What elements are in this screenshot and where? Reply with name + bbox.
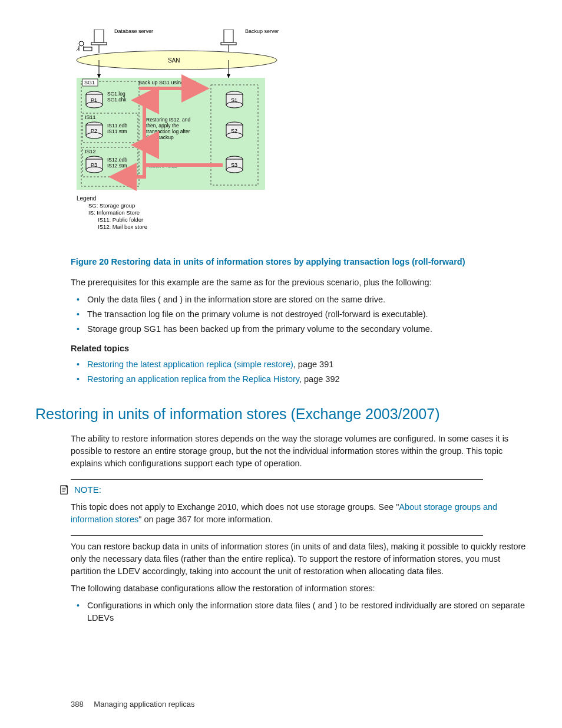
list-item: Storage group SG1 has been backed up fro… (87, 323, 527, 335)
s2-cylinder: S2 (226, 122, 243, 139)
svg-text:S1: S1 (231, 97, 237, 103)
prereq-intro: The prerequisites for this example are t… (71, 276, 527, 289)
figure-20: Database server Backup server SAN (71, 29, 527, 245)
backup-server-label: Backup server (245, 29, 279, 34)
legend-title: Legend (77, 195, 96, 202)
svg-rect-0 (94, 29, 104, 42)
related-suffix: , page 392 (299, 374, 340, 384)
backup-server-icon (221, 29, 236, 53)
svg-rect-4 (221, 42, 236, 45)
user-icon (79, 41, 84, 46)
legend-is: IS: Information Store (88, 209, 140, 216)
note-divider-bottom (71, 535, 483, 536)
s3-cylinder: S3 (226, 156, 243, 173)
footer-text: Managing application replicas (94, 700, 194, 709)
page: Database server Backup server SAN (0, 0, 562, 728)
related-link[interactable]: Restoring an application replica from th… (87, 374, 299, 384)
list-item: The transaction log file on the primary … (87, 308, 527, 321)
backup-vss-label: Back up SG1 using VSS (138, 80, 196, 85)
p2-cylinder: P2 (86, 122, 103, 139)
svg-rect-1 (91, 42, 107, 45)
is12-label: IS12 (85, 149, 96, 154)
related-topics-list: Restoring the latest application replica… (35, 358, 527, 386)
note-label: NOTE: (74, 483, 101, 496)
db-server-label: Database server (114, 29, 153, 34)
related-topics-heading: Related topics (71, 342, 527, 355)
svg-text:S2: S2 (231, 128, 237, 134)
note-body: This topic does not apply to Exchange 20… (71, 501, 527, 526)
svg-text:P1: P1 (91, 97, 97, 103)
config-list: Configurations in which only the informa… (35, 599, 527, 624)
svg-text:P2: P2 (91, 128, 97, 134)
page-footer: 388 Managing application replicas (71, 699, 195, 710)
prereq-list: Only the data files ( and ) in the infor… (35, 294, 527, 335)
legend-is11: IS11: Public folder (98, 216, 143, 223)
p2-files: IS11.edbIS11.stm (107, 123, 127, 134)
s1-cylinder: S1 (226, 91, 243, 108)
related-link[interactable]: Restoring the latest application replica… (87, 360, 293, 369)
list-item: Restoring the latest application replica… (87, 358, 527, 371)
keyboard-icon (84, 47, 92, 51)
note-body-pre: This topic does not apply to Exchange 20… (71, 502, 399, 512)
related-suffix: , page 391 (293, 360, 334, 369)
legend-is12: IS12: Mail box store (98, 223, 147, 230)
figure-caption: Figure 20 Restoring data in units of inf… (71, 256, 527, 268)
note-header: NOTE: (59, 483, 527, 496)
sg1-label: SG1 (84, 80, 95, 85)
note-body-post: " on page 367 for more information. (138, 515, 273, 524)
p3-files: IS12.edbIS12.stm (107, 157, 127, 169)
is11-label: IS11 (85, 114, 96, 120)
note-divider-top (71, 479, 483, 480)
list-item: Configurations in which only the informa… (87, 599, 527, 624)
para-following: The following database configurations al… (71, 582, 527, 595)
svg-rect-3 (224, 29, 233, 42)
list-item: Restoring an application replica from th… (87, 373, 527, 386)
diagram-svg: Database server Backup server SAN (71, 29, 295, 242)
p1-cylinder: P1 (86, 91, 103, 108)
svg-text:S3: S3 (231, 162, 237, 168)
p1-files: SG1.logSG1.chk (107, 91, 127, 103)
p3-cylinder: P3 (86, 156, 103, 173)
section-heading: Restoring in units of information stores… (35, 403, 527, 424)
svg-text:P3: P3 (91, 162, 97, 168)
san-label: SAN (168, 57, 180, 64)
list-item: Only the data files ( and ) in the infor… (87, 294, 527, 306)
page-number: 388 (71, 700, 84, 709)
para-restore: You can restore backup data in units of … (71, 541, 527, 578)
database-server-icon (91, 29, 107, 53)
section-intro: The ability to restore information store… (71, 433, 527, 470)
legend-sg: SG: Storage group (88, 202, 135, 209)
note-icon (59, 485, 70, 495)
